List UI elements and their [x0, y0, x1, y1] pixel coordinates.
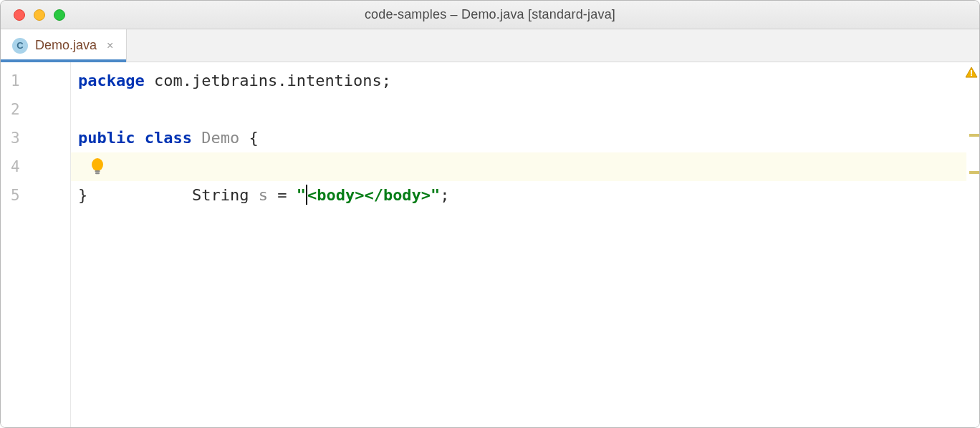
code-editor[interactable]: package com.jetbrains.intentions; public…	[71, 62, 966, 427]
code-line[interactable]: }	[71, 181, 966, 210]
svg-rect-4	[971, 70, 972, 74]
line-number[interactable]: 5	[1, 181, 70, 210]
code-line[interactable]	[71, 95, 966, 124]
open-brace: {	[239, 129, 259, 147]
minimize-window-button[interactable]	[34, 9, 45, 21]
close-tab-button[interactable]: ×	[104, 39, 116, 52]
window-controls	[14, 9, 65, 21]
line-number[interactable]: 3	[1, 124, 70, 152]
warning-stripe[interactable]	[969, 134, 979, 137]
intention-bulb-icon[interactable]	[90, 100, 184, 233]
warning-indicator-icon[interactable]	[965, 67, 978, 78]
tab-label: Demo.java	[35, 38, 97, 53]
svg-rect-2	[95, 172, 100, 174]
tab-demo-java[interactable]: C Demo.java ×	[1, 29, 127, 62]
java-class-icon: C	[12, 38, 28, 54]
titlebar: code-samples – Demo.java [standard-java]	[1, 1, 979, 29]
error-stripe[interactable]	[966, 62, 979, 427]
close-brace: }	[78, 186, 87, 204]
line-number[interactable]: 1	[1, 67, 70, 95]
line-number[interactable]: 2	[1, 95, 70, 124]
code-line-current[interactable]: String s = "<body></body>";	[71, 152, 966, 181]
package-path: com.jetbrains.intentions	[145, 72, 382, 89]
editor-tab-bar: C Demo.java ×	[1, 29, 979, 62]
code-line[interactable]: package com.jetbrains.intentions;	[71, 67, 966, 95]
line-number[interactable]: 4	[1, 152, 70, 181]
zoom-window-button[interactable]	[54, 9, 65, 21]
line-number-gutter: 1 2 3 4 5	[1, 62, 71, 427]
ide-window: code-samples – Demo.java [standard-java]…	[0, 0, 980, 428]
svg-rect-1	[95, 170, 100, 172]
svg-rect-5	[971, 74, 972, 76]
warning-stripe[interactable]	[969, 171, 979, 174]
semicolon: ;	[382, 72, 391, 89]
close-window-button[interactable]	[14, 9, 25, 21]
code-line[interactable]: public class Demo {	[71, 124, 966, 152]
class-name: Demo	[192, 129, 239, 147]
svg-point-0	[92, 158, 103, 171]
window-title: code-samples – Demo.java [standard-java]	[1, 7, 979, 22]
editor-area: 1 2 3 4 5 package com.jetbrains.intentio…	[1, 62, 979, 427]
keyword-package: package	[78, 72, 145, 89]
